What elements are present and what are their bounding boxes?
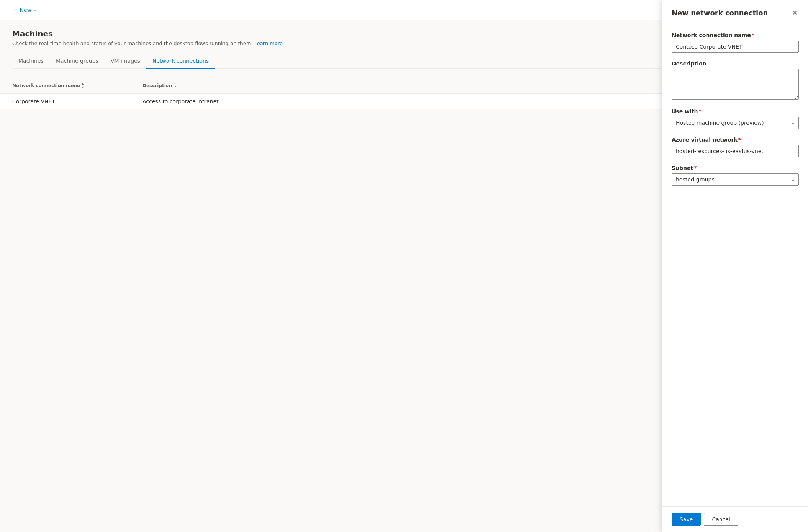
description-label: Description (672, 60, 799, 67)
required-star: * (752, 32, 754, 38)
chevron-down-icon: ⌄ (34, 8, 37, 12)
use-with-select[interactable]: Hosted machine group (preview) (672, 117, 799, 129)
azure-vnet-label: Azure virtual network * (672, 137, 799, 143)
panel-header: New network connection ✕ (662, 0, 808, 24)
subtitle-text: Check the real-time health and status of… (12, 41, 253, 46)
panel-title: New network connection (672, 9, 768, 17)
panel-footer: Save Cancel (662, 506, 808, 532)
col-name-label: Network connection name (12, 83, 80, 88)
chevron-down-icon: ⌄ (174, 83, 177, 88)
new-network-connection-panel: New network connection ✕ Network connect… (662, 0, 808, 532)
name-field-container: Network connection name * (672, 32, 799, 53)
azure-vnet-select[interactable]: hosted-resources-us-eastus-vnet (672, 145, 799, 157)
required-star: * (694, 165, 697, 171)
learn-more-link[interactable]: Learn more (254, 41, 283, 46)
tab-machines[interactable]: Machines (12, 54, 50, 69)
name-input[interactable] (672, 41, 799, 53)
col-name[interactable]: Network connection name ▲ ⌄ (12, 82, 142, 89)
description-textarea[interactable] (672, 69, 799, 100)
tab-network-connections[interactable]: Network connections (146, 54, 215, 69)
panel-body: Network connection name * Description Us… (662, 24, 808, 506)
required-star: * (738, 137, 741, 143)
subnet-select[interactable]: hosted-groups (672, 173, 799, 186)
use-with-field-container: Use with * Hosted machine group (preview… (672, 108, 799, 129)
cancel-button[interactable]: Cancel (704, 513, 738, 526)
row-description: Access to corporate intranet (142, 98, 692, 104)
col-description[interactable]: Description ⌄ (142, 82, 692, 89)
sort-icon: ▲ ⌄ (82, 82, 84, 89)
tab-machine-groups[interactable]: Machine groups (50, 54, 105, 69)
save-button[interactable]: Save (672, 513, 701, 526)
subnet-field-container: Subnet * hosted-groups ⌄ (672, 165, 799, 186)
subnet-label: Subnet * (672, 165, 799, 171)
description-field-container: Description (672, 60, 799, 101)
row-name: Corporate VNET (12, 98, 142, 104)
subnet-select-wrapper: hosted-groups ⌄ (672, 173, 799, 186)
azure-vnet-select-wrapper: hosted-resources-us-eastus-vnet ⌄ (672, 145, 799, 157)
required-star: * (698, 108, 701, 114)
tab-vm-images[interactable]: VM images (105, 54, 146, 69)
azure-vnet-field-container: Azure virtual network * hosted-resources… (672, 137, 799, 157)
close-button[interactable]: ✕ (791, 8, 799, 18)
new-button-label: New (20, 7, 31, 13)
name-label: Network connection name * (672, 32, 799, 38)
use-with-select-wrapper: Hosted machine group (preview) ⌄ (672, 117, 799, 129)
use-with-label: Use with * (672, 108, 799, 114)
col-description-label: Description (142, 83, 172, 88)
plus-icon: + (12, 6, 17, 13)
new-button[interactable]: + New ⌄ (9, 5, 40, 15)
